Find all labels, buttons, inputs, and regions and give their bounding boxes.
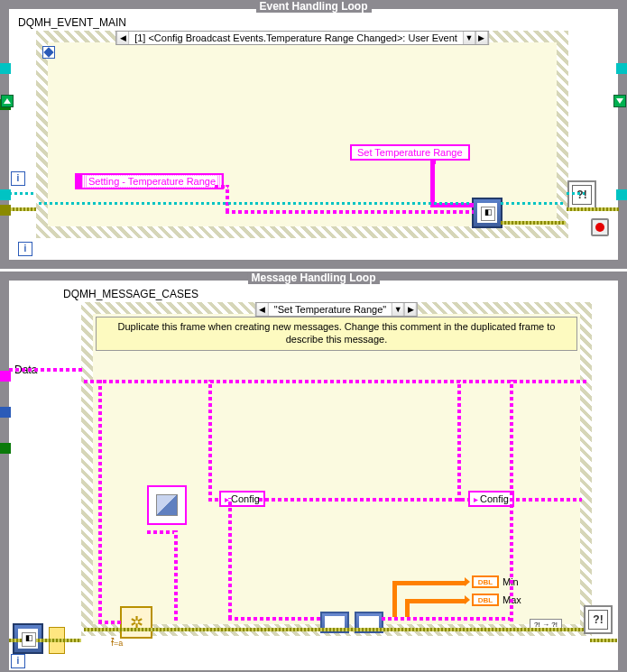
wire-max-v: [405, 599, 410, 617]
enqueue-message-vi-icon[interactable]: ◧: [472, 198, 503, 228]
max-indicator-arrow-icon: [465, 595, 470, 604]
error-coerce-node[interactable]: ?! → ?!: [530, 619, 562, 631]
wire-config-across: [259, 498, 468, 502]
tunnel-green-in: [0, 443, 11, 454]
dynamic-event-terminal-icon: [42, 46, 55, 59]
variant-to-data-vi-icon[interactable]: [120, 606, 152, 639]
tunnel-queue-in: [0, 189, 11, 200]
error-handler-vi-icon[interactable]: ?!: [567, 180, 596, 209]
tunnel-error-in: [0, 205, 11, 216]
bundle-config-right[interactable]: Config: [468, 491, 514, 507]
prev-msg-arrow-icon[interactable]: ◀: [256, 303, 269, 316]
tunnel-refnum-out: [616, 63, 627, 74]
event-structure-label: DQMH_EVENT_MAIN: [18, 16, 126, 29]
wire-setting-h: [226, 210, 474, 214]
message-name-constant: Set Temperature Range: [350, 144, 470, 161]
max-indicator: DBL Max: [465, 594, 521, 606]
wire-data-mid2-v: [457, 380, 461, 502]
message-case-selector[interactable]: ◀ "Set Temperature Range" ▼ ▶: [255, 302, 418, 317]
wire-error-outer-right: [590, 639, 617, 642]
tunnel-refnum-in: [0, 63, 11, 74]
case-dropdown-arrow-icon[interactable]: ▼: [463, 32, 475, 44]
wire-error-left: [9, 207, 36, 211]
wire-max: [405, 599, 466, 603]
wire-setting-v: [226, 185, 229, 212]
process-node-b-icon[interactable]: [355, 612, 383, 633]
mhl-error-handler-vi-icon[interactable]: ?!: [584, 605, 613, 634]
wire-data-top: [84, 380, 589, 383]
loop-iteration-term: i: [18, 242, 32, 256]
data-wire-label: Data: [14, 364, 37, 376]
message-handling-loop-frame: Message Handling Loop DQMH_MESSAGE_CASES…: [0, 272, 627, 672]
wire-min-v: [392, 581, 397, 617]
iteration-terminal: i: [11, 171, 25, 186]
event-case-structure: ◀ [1] <Config Broadcast Events.Temperatu…: [36, 31, 568, 238]
max-dbl-box: DBL: [472, 594, 499, 606]
wire-data-to-gear: [98, 621, 121, 624]
stop-terminal-icon: [591, 218, 609, 236]
wire-min: [392, 581, 466, 585]
event-data-setting: Setting - Temperature Range: [75, 173, 224, 189]
wire-to-node-a: [228, 617, 322, 621]
mhl-iteration-term: i: [11, 654, 25, 668]
wire-from-node-b: [382, 617, 510, 621]
fn-label: f̄=a: [111, 639, 123, 648]
wire-queue-ref-out: [501, 202, 566, 205]
min-dbl-box: DBL: [472, 575, 499, 588]
tunnel-blue-in: [0, 407, 11, 418]
max-label: Max: [503, 594, 521, 605]
wire-cluster-down: [174, 530, 178, 621]
wire-error-out: [501, 221, 566, 225]
message-case-structure: ◀ "Set Temperature Range" ▼ ▶ Duplicate …: [81, 302, 592, 636]
min-label: Min: [503, 576, 519, 587]
variant-unbundle-icon[interactable]: [49, 627, 65, 654]
shift-register-left: [1, 95, 14, 107]
wire-queue-left: [9, 192, 36, 195]
message-case-name: "Set Temperature Range": [269, 303, 392, 316]
tunnel-queue-out: [616, 189, 627, 200]
wire-cluster-h: [147, 530, 174, 534]
event-case-label: [1] <Config Broadcast Events.Temperature…: [129, 32, 463, 44]
shift-register-right: [613, 95, 626, 107]
event-case-selector[interactable]: ◀ [1] <Config Broadcast Events.Temperatu…: [115, 31, 489, 45]
next-case-arrow-icon[interactable]: ▶: [475, 32, 488, 44]
case-comment: Duplicate this frame when creating new m…: [96, 317, 577, 351]
wire-queue-ref: [39, 202, 472, 205]
wire-msg-v: [430, 160, 435, 205]
dequeue-vi-icon[interactable]: ◧: [13, 623, 43, 654]
wire-msg-h: [430, 203, 474, 207]
wire-data-left-v: [98, 380, 102, 623]
cluster-constant-icon[interactable]: [147, 485, 187, 525]
tunnel-data-in: [0, 371, 11, 382]
event-handling-loop-frame: Event Handling Loop DQMH_EVENT_MAIN i ◀ …: [0, 0, 627, 269]
process-node-a-icon[interactable]: [320, 612, 349, 633]
message-case-label-text: DQMH_MESSAGE_CASES: [63, 288, 198, 300]
min-indicator-arrow-icon: [465, 577, 470, 586]
wire-config-down: [228, 498, 232, 619]
min-indicator: DBL Min: [465, 575, 519, 588]
next-msg-arrow-icon[interactable]: ▶: [404, 303, 417, 316]
unbundle-config-left[interactable]: Config: [219, 491, 265, 507]
msg-dropdown-arrow-icon[interactable]: ▼: [392, 303, 404, 316]
prev-case-arrow-icon[interactable]: ◀: [116, 32, 129, 44]
wire-data-mid1-v: [208, 380, 212, 502]
wire-config-right-out: [510, 498, 582, 502]
